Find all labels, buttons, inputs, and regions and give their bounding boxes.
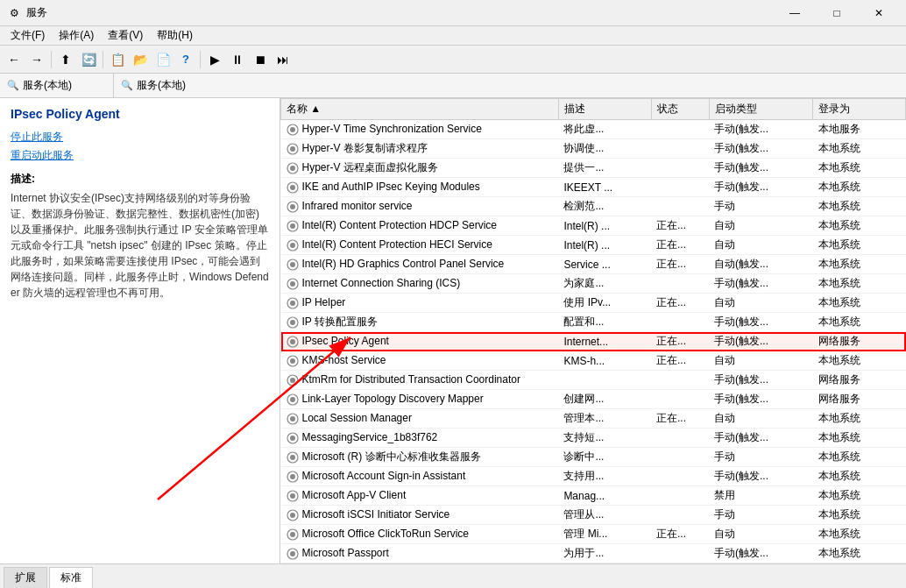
table-row[interactable]: KMS-host ServiceKMS-h...正在...自动本地系统	[281, 351, 906, 371]
table-row[interactable]: IPsec Policy AgentInternet...正在...手动(触发.…	[281, 332, 906, 351]
copy-button[interactable]: 📋	[107, 49, 128, 70]
service-logon-cell: 本地系统	[813, 236, 906, 255]
svg-point-13	[290, 243, 295, 248]
toolbar-separator-1	[51, 51, 52, 68]
service-logon-cell: 本地系统	[813, 429, 906, 448]
table-row[interactable]: MessagingService_1b83f762支持短...手动(触发...本…	[281, 429, 906, 448]
service-logon-cell: 本地系统	[813, 409, 906, 429]
restart-service-link[interactable]: 重启动此服务	[11, 148, 269, 163]
table-row[interactable]: IKE and AuthIP IPsec Keying ModulesIKEEX…	[281, 178, 906, 197]
table-row[interactable]: KtmRm for Distributed Transaction Coordi…	[281, 371, 906, 390]
close-button[interactable]: ✕	[859, 0, 899, 26]
sidebar-nav-label: 🔍 服务(本地)	[0, 74, 114, 97]
table-row[interactable]: Intel(R) HD Graphics Control Panel Servi…	[281, 255, 906, 274]
table-row[interactable]: Microsoft Passport为用于...手动(触发...本地系统	[281, 544, 906, 563]
table-row[interactable]: Microsoft iSCSI Initiator Service管理从...手…	[281, 506, 906, 525]
table-row[interactable]: Hyper-V 卷影复制请求程序协调使...手动(触发...本地系统	[281, 139, 906, 159]
col-status[interactable]: 状态	[651, 99, 709, 120]
service-name-cell: Intel(R) Content Protection HDCP Service	[281, 216, 559, 236]
stop-button[interactable]: ⏹	[250, 49, 271, 70]
service-status-cell	[651, 313, 709, 332]
tab-standard[interactable]: 标准	[49, 567, 93, 588]
table-row[interactable]: Link-Layer Topology Discovery Mapper创建网.…	[281, 390, 906, 409]
table-row[interactable]: IP Helper使用 IPv...正在...自动本地系统	[281, 294, 906, 313]
service-logon-cell: 本地系统	[813, 255, 906, 274]
col-desc[interactable]: 描述	[558, 99, 651, 120]
table-row[interactable]: IP 转换配置服务配置和...手动(触发...本地系统	[281, 313, 906, 332]
service-desc-cell: 检测范...	[558, 197, 651, 216]
svg-point-17	[290, 281, 295, 287]
breadcrumb-icon: 🔍	[121, 80, 133, 91]
main-container: IPsec Policy Agent 停止此服务 重启动此服务 描述: Inte…	[0, 98, 906, 563]
service-logon-cell: 本地系统	[813, 197, 906, 216]
service-logon-cell: 本地系统	[813, 159, 906, 178]
table-row[interactable]: Local Session Manager管理本...正在...自动本地系统	[281, 409, 906, 429]
service-startup-cell: 自动	[709, 294, 813, 313]
table-row[interactable]: Intel(R) Content Protection HDCP Service…	[281, 216, 906, 236]
toolbar-separator-2	[103, 51, 103, 68]
svg-point-21	[290, 320, 295, 325]
svg-point-11	[290, 223, 295, 229]
service-desc-cell: 使用 IPv...	[558, 294, 651, 313]
right-panel: 名称 ▲ 描述 状态 启动类型 登录为 Hyper-V Time Synchro…	[280, 98, 906, 563]
table-row[interactable]: Intel(R) Content Protection HECI Service…	[281, 236, 906, 255]
open-button[interactable]: 📂	[130, 49, 151, 70]
help-button[interactable]: ?	[175, 49, 196, 70]
service-startup-cell: 手动(触发...	[709, 371, 813, 390]
table-row[interactable]: Hyper-V Time Synchronization Service将此虚.…	[281, 120, 906, 139]
service-startup-cell: 禁用	[709, 486, 813, 506]
service-logon-cell: 本地系统	[813, 139, 906, 159]
service-desc-cell: 诊断中...	[558, 448, 651, 467]
table-row[interactable]: Microsoft Account Sign-in Assistant支持用..…	[281, 467, 906, 486]
service-list: Hyper-V Time Synchronization Service将此虚.…	[281, 120, 906, 564]
menu-help[interactable]: 帮助(H)	[150, 26, 200, 46]
service-title: IPsec Policy Agent	[11, 107, 269, 121]
up-button[interactable]: ⬆	[55, 49, 76, 70]
table-row[interactable]: Infrared monitor service检测范...手动本地系统	[281, 197, 906, 216]
description-label: 描述:	[11, 172, 269, 187]
table-row[interactable]: Internet Connection Sharing (ICS)为家庭...手…	[281, 274, 906, 294]
service-name-cell: Microsoft Office ClickToRun Service	[281, 525, 559, 544]
forward-button[interactable]: →	[26, 49, 47, 70]
service-logon-cell: 本地系统	[813, 274, 906, 294]
table-row[interactable]: Microsoft (R) 诊断中心标准收集器服务诊断中...手动本地系统	[281, 448, 906, 467]
menu-file[interactable]: 文件(F)	[4, 26, 52, 46]
service-name-cell: Intel(R) HD Graphics Control Panel Servi…	[281, 255, 559, 274]
pause-button[interactable]: ⏸	[227, 49, 248, 70]
service-table-scroll[interactable]: 名称 ▲ 描述 状态 启动类型 登录为 Hyper-V Time Synchro…	[280, 98, 906, 563]
minimize-button[interactable]: —	[775, 0, 815, 26]
service-startup-cell: 手动(触发...	[709, 120, 813, 139]
window-title: 服务	[26, 5, 775, 20]
col-startup[interactable]: 启动类型	[709, 99, 813, 120]
service-desc-cell: 管理从...	[558, 506, 651, 525]
table-row[interactable]: Microsoft Passport Container管理用...手动(触发.…	[281, 563, 906, 564]
stop-service-link[interactable]: 停止此服务	[11, 130, 269, 145]
col-name[interactable]: 名称 ▲	[281, 99, 559, 120]
left-panel: IPsec Policy Agent 停止此服务 重启动此服务 描述: Inte…	[0, 98, 280, 563]
service-name-cell: Microsoft Passport	[281, 544, 559, 563]
service-logon-cell: 本地系统	[813, 486, 906, 506]
next-button[interactable]: ⏭	[273, 49, 294, 70]
table-row[interactable]: Microsoft Office ClickToRun Service管理 Mi…	[281, 525, 906, 544]
menu-view[interactable]: 查看(V)	[101, 26, 150, 46]
service-status-cell	[651, 390, 709, 409]
table-row[interactable]: Microsoft App-V ClientManag...禁用本地系统	[281, 486, 906, 506]
service-status-cell: 正在...	[651, 216, 709, 236]
service-name-cell: Local Session Manager	[281, 409, 559, 429]
col-logon[interactable]: 登录为	[813, 99, 906, 120]
service-status-cell	[651, 120, 709, 139]
properties-button[interactable]: 📄	[152, 49, 173, 70]
back-button[interactable]: ←	[4, 49, 25, 70]
service-name-cell: IKE and AuthIP IPsec Keying Modules	[281, 178, 559, 197]
service-startup-cell: 自动	[709, 351, 813, 371]
start-button[interactable]: ▶	[204, 49, 225, 70]
refresh-button[interactable]: 🔄	[78, 49, 99, 70]
maximize-button[interactable]: □	[817, 0, 857, 26]
menu-action[interactable]: 操作(A)	[52, 26, 101, 46]
table-row[interactable]: Hyper-V 远程桌面虚拟化服务提供一...手动(触发...本地系统	[281, 159, 906, 178]
svg-point-33	[290, 436, 295, 441]
service-startup-cell: 自动	[709, 236, 813, 255]
service-startup-cell: 自动	[709, 409, 813, 429]
toolbar: ← → ⬆ 🔄 📋 📂 📄 ? ▶ ⏸ ⏹ ⏭	[0, 46, 906, 74]
tab-expand[interactable]: 扩展	[4, 567, 47, 588]
